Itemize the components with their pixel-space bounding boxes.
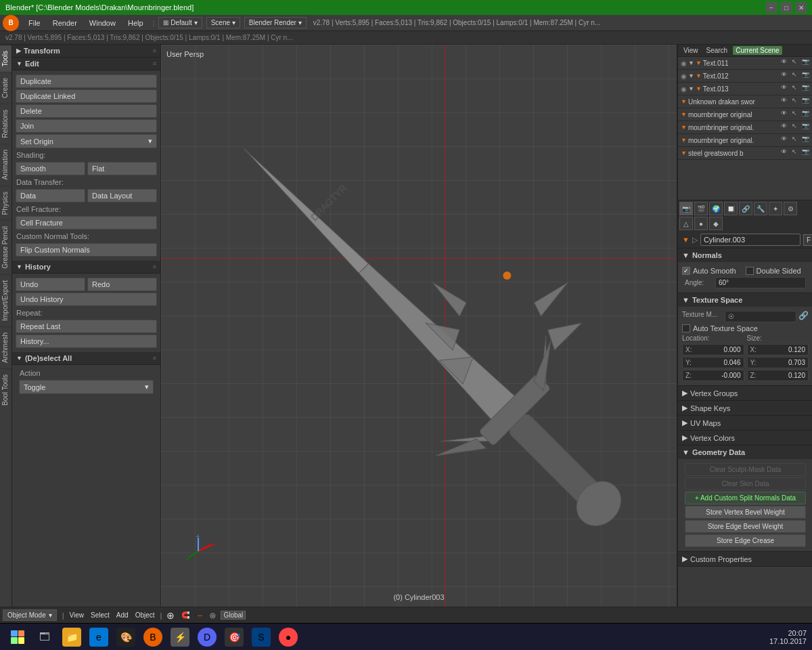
eye-icon2[interactable]: 👁 <box>779 71 788 81</box>
taskview-button[interactable]: 🗔 <box>32 625 57 649</box>
undo-button[interactable]: Undo <box>16 278 85 291</box>
flat-button[interactable]: Flat <box>87 162 157 175</box>
render-icon-steel[interactable]: 📷 <box>800 148 810 158</box>
view-menu[interactable]: View <box>70 611 85 619</box>
texture-icon[interactable]: ◆ <box>709 217 723 230</box>
flip-custom-normals-button[interactable]: Flip Custom Normals <box>16 243 157 257</box>
texture-link-icon[interactable]: 🔗 <box>798 311 809 322</box>
history-section-header[interactable]: ▼ History ≡ <box>12 261 160 274</box>
manipulator-icon[interactable]: ↔ <box>194 611 205 619</box>
data-layout-button[interactable]: Data Layout <box>87 189 157 202</box>
edge-button[interactable]: e <box>87 625 111 649</box>
smooth-button[interactable]: Smooth <box>16 162 85 175</box>
add-custom-split-button[interactable]: + Add Custom Split Normals Data <box>685 492 806 504</box>
normals-header[interactable]: ▼ Normals <box>678 248 812 262</box>
transform-section-header[interactable]: ▶ Transform ≡ <box>12 45 160 58</box>
render-icon3[interactable]: 📷 <box>800 84 810 93</box>
clear-skin-button[interactable]: Clear Skin Data <box>685 477 806 490</box>
paint-button[interactable]: 🎨 <box>114 625 138 649</box>
store-edge-bevel-button[interactable]: Store Edge Bevel Weight <box>685 520 806 533</box>
cursor-icon2[interactable]: ↖ <box>790 71 799 81</box>
eye-icon-steel[interactable]: 👁 <box>779 148 788 158</box>
history-button[interactable]: History... <box>16 334 157 348</box>
cursor-icon-steel[interactable]: ↖ <box>790 148 799 158</box>
join-button[interactable]: Join <box>16 119 157 133</box>
modifier-icon[interactable]: 🔧 <box>754 202 767 215</box>
vertex-groups-header[interactable]: ▶ Vertex Groups <box>678 386 812 401</box>
mode-selector[interactable]: Object Mode ▾ <box>3 609 57 621</box>
outliner-item-text013[interactable]: ◉ ▼ ▼ Text.013 👁 ↖ 📷 <box>678 83 812 95</box>
menu-file[interactable]: File <box>23 18 46 28</box>
app8-button[interactable]: 🎯 <box>222 625 246 649</box>
workspace-selector[interactable]: ⊞ Default ▾ <box>158 17 202 28</box>
eye-icon-mb2[interactable]: 👁 <box>779 123 788 132</box>
vertex-colors-header[interactable]: ▶ Vertex Colors <box>678 431 812 446</box>
tab-bool-tools[interactable]: Bool Tools <box>0 368 12 411</box>
shape-keys-header[interactable]: ▶ Shape Keys <box>678 401 812 416</box>
app6-button[interactable]: ⚡ <box>168 625 192 649</box>
close-button[interactable]: ✕ <box>796 2 807 13</box>
cursor-icon[interactable]: ↖ <box>790 58 799 68</box>
cursor-icon-mb3[interactable]: ↖ <box>790 135 799 145</box>
loc-z-field[interactable]: Z: -0.000 <box>682 370 744 381</box>
render-icon2[interactable]: 📷 <box>800 71 810 81</box>
maximize-button[interactable]: □ <box>781 2 792 13</box>
blender-button[interactable]: B <box>141 625 165 649</box>
outliner-item-drakan[interactable]: ▼ Unknown drakan swor 👁 ↖ 📷 <box>678 95 812 108</box>
size-y-field[interactable]: Y: 0.703 <box>747 357 809 368</box>
select-menu[interactable]: Select <box>91 611 110 619</box>
proportional-icon[interactable]: ◎ <box>208 611 218 619</box>
loc-y-field[interactable]: Y: 0.046 <box>682 357 744 368</box>
start-button[interactable] <box>5 625 30 649</box>
tab-archmesh[interactable]: Archmesh <box>0 326 12 368</box>
eye-icon3[interactable]: 👁 <box>779 84 788 93</box>
outliner-item-text012[interactable]: ◉ ▼ ▼ Text.012 👁 ↖ 📷 <box>678 70 812 83</box>
eye-icon-mb3[interactable]: 👁 <box>779 135 788 145</box>
object-props-icon[interactable]: 🔲 <box>724 202 738 215</box>
uv-maps-header[interactable]: ▶ UV Maps <box>678 416 812 431</box>
tab-physics[interactable]: Physics <box>0 186 12 220</box>
explorer-button[interactable]: 📁 <box>60 625 84 649</box>
cursor-icon-mb2[interactable]: ↖ <box>790 123 799 132</box>
render-props-icon[interactable]: 📷 <box>679 202 693 215</box>
repeat-last-button[interactable]: Repeat Last <box>16 320 157 333</box>
object-menu[interactable]: Object <box>135 611 155 619</box>
material-icon[interactable]: ● <box>694 217 708 230</box>
discord-button[interactable]: D <box>195 625 219 649</box>
auto-texture-checkbox[interactable] <box>682 324 690 332</box>
action-dropdown[interactable]: Toggle ▾ <box>19 380 154 394</box>
outliner-item-mournbringer3[interactable]: ▼ mournbringer original. 👁 ↖ 📷 <box>678 134 812 147</box>
pivot-icon[interactable]: ⊕ <box>164 610 177 621</box>
outliner-current-scene[interactable]: Current Scene <box>733 46 782 55</box>
undo-history-button[interactable]: Undo History <box>16 292 157 306</box>
render-icon-drakan[interactable]: 📷 <box>800 97 810 106</box>
snap-icon[interactable]: 🧲 <box>179 611 191 619</box>
eye-icon-mb1[interactable]: 👁 <box>779 110 788 119</box>
double-sided-checkbox[interactable] <box>746 267 754 275</box>
eye-icon-drakan[interactable]: 👁 <box>779 97 788 106</box>
texture-m-field[interactable]: ☉ <box>725 311 796 322</box>
outliner-view[interactable]: View <box>681 46 701 55</box>
render-icon-mb2[interactable]: 📷 <box>800 123 810 132</box>
menu-render[interactable]: Render <box>47 18 83 28</box>
auto-smooth-checkbox[interactable]: ✓ <box>682 267 690 275</box>
app10-button[interactable]: ● <box>276 625 300 649</box>
outliner-item-mournbringer2[interactable]: ▼ mournbringer original. 👁 ↖ 📷 <box>678 121 812 134</box>
scene-props-icon[interactable]: 🎬 <box>694 202 708 215</box>
tab-import-export[interactable]: Import/Export <box>0 274 12 326</box>
loc-x-field[interactable]: X: 0.000 <box>682 344 744 355</box>
tab-grease-pencil[interactable]: Grease Pencil <box>0 220 12 274</box>
data-button[interactable]: Data <box>16 189 85 202</box>
tab-animation[interactable]: Animation <box>0 144 12 185</box>
outliner-item-text011[interactable]: ◉ ▼ ▼ Text.011 👁 ↖ 📷 <box>678 57 812 70</box>
particles-icon[interactable]: ✦ <box>769 202 782 215</box>
deselect-section-header[interactable]: ▼ (De)select All ≡ <box>12 352 160 365</box>
renderer-selector[interactable]: Blender Render ▾ <box>244 17 307 28</box>
render-icon-mb3[interactable]: 📷 <box>800 135 810 145</box>
eye-icon[interactable]: 👁 <box>779 58 788 68</box>
cursor-icon3[interactable]: ↖ <box>790 84 799 93</box>
tab-relations[interactable]: Relations <box>0 104 12 144</box>
cell-fracture-button[interactable]: Cell Fracture <box>16 216 157 230</box>
delete-button[interactable]: Delete <box>16 104 157 118</box>
custom-properties-header[interactable]: ▶ Custom Properties <box>678 552 812 567</box>
